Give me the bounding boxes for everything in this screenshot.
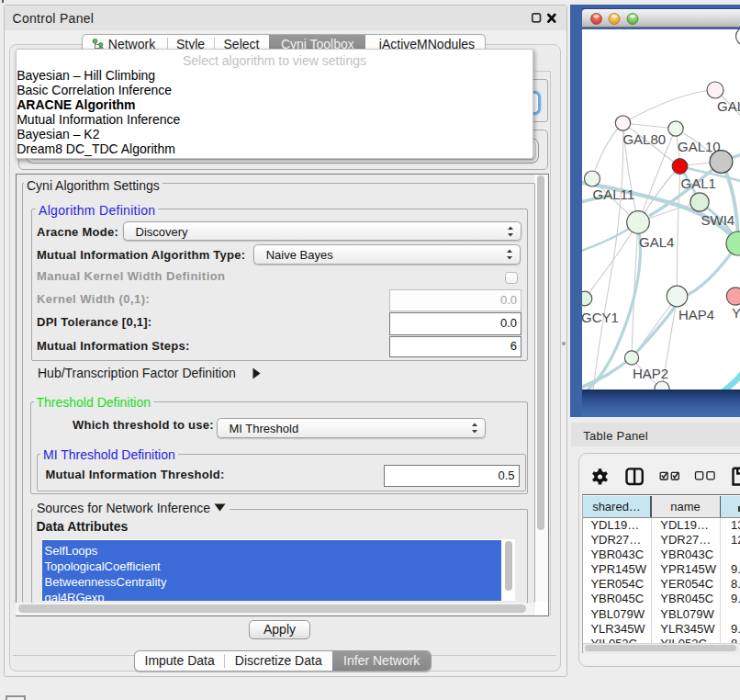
svg-text:GAL10: GAL10	[678, 139, 721, 154]
svg-text:GAL4: GAL4	[639, 234, 674, 250]
svg-text:SWI4: SWI4	[701, 211, 734, 227]
svg-text:GAL11: GAL11	[592, 186, 634, 202]
svg-text:GAL1: GAL1	[680, 175, 715, 190]
svg-text:HAP2: HAP2	[633, 366, 668, 381]
svg-text:GCY1: GCY1	[582, 310, 619, 325]
svg-text:GAL80: GAL80	[622, 131, 666, 147]
svg-text:GAL7: GAL7	[717, 98, 740, 114]
svg-text:Y: Y	[732, 305, 740, 321]
svg-text:HAP4: HAP4	[678, 306, 714, 322]
